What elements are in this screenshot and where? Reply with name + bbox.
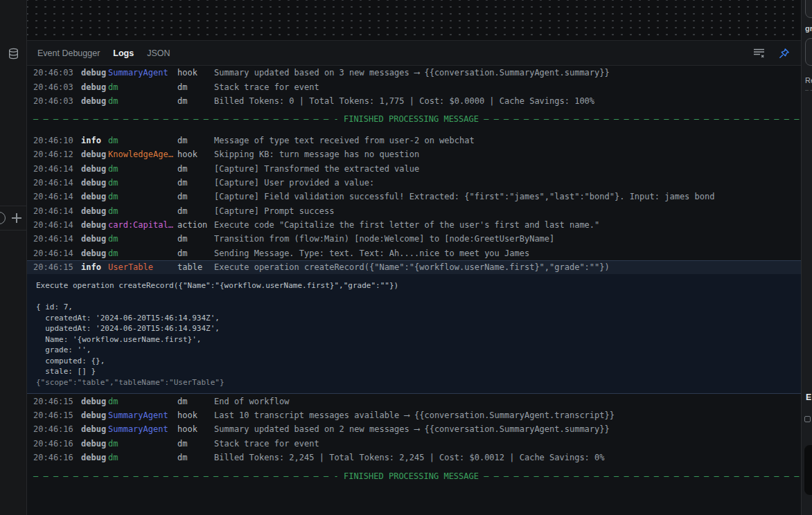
log-agent: dm bbox=[108, 206, 177, 216]
database-icon[interactable] bbox=[8, 48, 19, 62]
log-row[interactable]: 20:46:14debugdmdm[Capture] User provided… bbox=[27, 176, 801, 190]
log-level: debug bbox=[81, 164, 108, 174]
log-time: 20:46:03 bbox=[33, 96, 81, 106]
log-level: debug bbox=[81, 192, 108, 201]
plus-icon[interactable] bbox=[11, 213, 22, 224]
log-category: dm bbox=[177, 164, 214, 174]
log-message: Execute operation createRecord({"Name":"… bbox=[214, 262, 801, 272]
log-category: hook bbox=[177, 68, 214, 78]
log-row[interactable]: 20:46:16debugdmdmStack trace for event bbox=[27, 437, 801, 451]
right-panel-label-top: gr bbox=[805, 24, 812, 33]
log-agent: dm bbox=[108, 249, 177, 258]
event-debugger-panel: Event Debugger Logs JSON 20:46:03debugSu… bbox=[27, 40, 801, 515]
flow-canvas[interactable] bbox=[27, 0, 801, 40]
log-level: debug bbox=[81, 397, 108, 406]
sidebar-divider bbox=[0, 206, 26, 206]
log-category: dm bbox=[177, 453, 214, 462]
log-category: dm bbox=[177, 192, 214, 201]
log-message: Message of type text received from user-… bbox=[214, 136, 801, 145]
log-agent: KnowledgeAge… bbox=[108, 150, 177, 159]
log-category: dm bbox=[177, 206, 214, 216]
circle-icon[interactable] bbox=[0, 212, 6, 224]
right-panel-checkbox[interactable] bbox=[804, 416, 811, 422]
right-panel: gr Re – – E bbox=[801, 0, 812, 515]
right-panel-card[interactable] bbox=[805, 38, 812, 66]
log-level: debug bbox=[81, 410, 108, 420]
log-time: 20:46:16 bbox=[33, 439, 81, 449]
log-level: debug bbox=[81, 82, 108, 92]
log-message: Last 10 transcript messages available ⟶ … bbox=[214, 410, 801, 420]
log-level: debug bbox=[81, 249, 108, 258]
log-row[interactable]: 20:46:03debugdmdmBilled Tokens: 0 | Tota… bbox=[27, 94, 801, 108]
tab-event-debugger[interactable]: Event Debugger bbox=[37, 48, 100, 58]
tab-json[interactable]: JSON bbox=[147, 48, 170, 58]
log-time: 20:46:03 bbox=[33, 68, 81, 78]
log-message: [Capture] User provided a value: bbox=[214, 178, 801, 188]
log-message: Skipping KB: turn message has no questio… bbox=[214, 150, 801, 159]
log-agent: dm bbox=[108, 453, 177, 462]
log-row[interactable]: 20:46:15debugdmdmEnd of workflow bbox=[27, 394, 801, 408]
log-agent: dm bbox=[108, 178, 177, 188]
log-expanded-details[interactable]: Execute operation createRecord({"Name":"… bbox=[27, 274, 801, 394]
log-time: 20:46:14 bbox=[33, 164, 81, 174]
log-time: 20:46:14 bbox=[33, 220, 81, 230]
log-row[interactable]: 20:46:14debugdmdm[Capture] Transformed t… bbox=[27, 161, 801, 175]
log-row[interactable]: 20:46:14debugcard:Capital…actionExecute … bbox=[27, 218, 801, 232]
log-message: [Capture] Transformed the extracted valu… bbox=[214, 164, 801, 174]
right-panel-dark-card[interactable] bbox=[804, 445, 812, 495]
log-category: dm bbox=[177, 397, 214, 406]
log-agent: dm bbox=[108, 136, 177, 145]
expanded-output: Execute operation createRecord({"Name":"… bbox=[36, 280, 795, 377]
tab-logs[interactable]: Logs bbox=[113, 48, 134, 58]
log-category: dm bbox=[177, 96, 214, 106]
log-time: 20:46:12 bbox=[33, 150, 81, 159]
log-time: 20:46:16 bbox=[33, 453, 81, 462]
log-row[interactable]: 20:46:14debugdmdm[Capture] Field validat… bbox=[27, 190, 801, 204]
log-agent: UserTable bbox=[108, 262, 177, 272]
log-row[interactable]: 20:46:16debugdmdmBilled Tokens: 2,245 | … bbox=[27, 451, 801, 464]
log-category: dm bbox=[177, 178, 214, 188]
right-panel-dashes: – – bbox=[805, 87, 812, 93]
log-row[interactable]: 20:46:16debugSummaryAgenthookSummary upd… bbox=[27, 422, 801, 436]
log-row[interactable]: 20:46:14debugdmdmSending Message. Type: … bbox=[27, 246, 801, 260]
clear-logs-icon[interactable] bbox=[752, 47, 765, 60]
log-agent: dm bbox=[108, 397, 177, 406]
log-time: 20:46:14 bbox=[33, 192, 81, 201]
log-category: dm bbox=[177, 249, 214, 258]
log-message: Summary updated based on 2 new messages … bbox=[214, 424, 801, 434]
log-message: Billed Tokens: 0 | Total Tokens: 1,775 |… bbox=[214, 96, 801, 106]
expanded-meta: {"scope":"table","tableName":"UserTable"… bbox=[36, 377, 795, 388]
log-message: [Capture] Field validation successful! E… bbox=[214, 192, 801, 201]
log-time: 20:46:15 bbox=[33, 397, 81, 406]
log-level: debug bbox=[81, 453, 108, 462]
log-message: Sending Message. Type: text. Text: Ah...… bbox=[214, 249, 801, 258]
log-category: dm bbox=[177, 234, 214, 244]
log-row[interactable]: 20:46:03debugdmdmStack trace for event bbox=[27, 80, 801, 93]
log-agent: dm bbox=[108, 234, 177, 244]
log-row[interactable]: 20:46:14debugdmdmTransition from (flow:M… bbox=[27, 232, 801, 246]
log-time: 20:46:14 bbox=[33, 178, 81, 188]
log-row[interactable]: 20:46:14debugdmdm[Capture] Prompt succes… bbox=[27, 204, 801, 218]
log-level: debug bbox=[81, 68, 108, 78]
log-time: 20:46:16 bbox=[33, 424, 81, 434]
log-row[interactable]: 20:46:03debugSummaryAgenthookSummary upd… bbox=[27, 66, 801, 80]
log-level: debug bbox=[81, 439, 108, 449]
log-row[interactable]: 20:46:12debugKnowledgeAge…hookSkipping K… bbox=[27, 147, 801, 161]
log-time: 20:46:14 bbox=[33, 206, 81, 216]
log-category: hook bbox=[177, 150, 214, 159]
pin-icon[interactable] bbox=[778, 47, 791, 60]
log-agent: SummaryAgent bbox=[108, 424, 177, 434]
log-row[interactable]: 20:46:10infodmdmMessage of type text rec… bbox=[27, 134, 801, 147]
log-row-selected[interactable]: 20:46:15infoUserTabletableExecute operat… bbox=[27, 260, 801, 274]
log-level: debug bbox=[81, 178, 108, 188]
log-level: debug bbox=[81, 220, 108, 230]
log-time: 20:46:03 bbox=[33, 82, 81, 92]
right-panel-button[interactable] bbox=[805, 0, 812, 18]
log-message: [Capture] Prompt success bbox=[214, 206, 801, 216]
log-time: 20:46:15 bbox=[33, 410, 81, 420]
left-sidebar bbox=[0, 0, 27, 515]
log-row[interactable]: 20:46:15debugSummaryAgenthookLast 10 tra… bbox=[27, 408, 801, 422]
log-agent: dm bbox=[108, 82, 177, 92]
finished-processing-separator: — — — — — — — — — — — — — — — — — — — — … bbox=[27, 469, 801, 482]
log-list: 20:46:03debugSummaryAgenthookSummary upd… bbox=[27, 66, 801, 514]
